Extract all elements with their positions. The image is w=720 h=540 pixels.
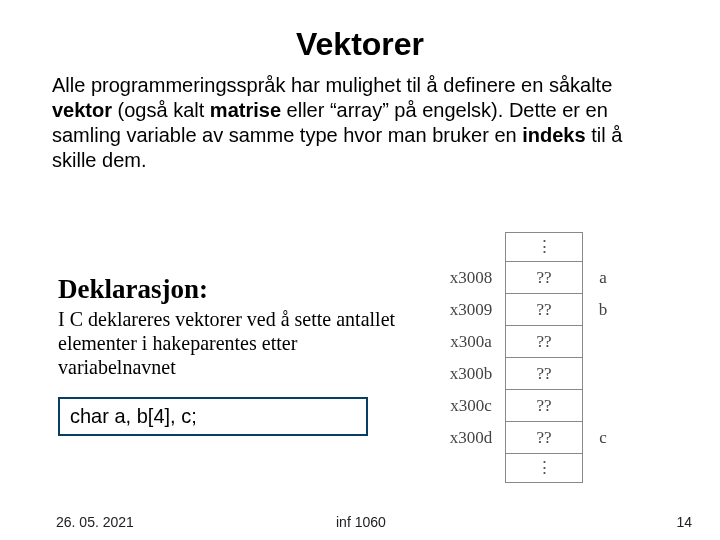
address-cell: x300b xyxy=(442,358,506,390)
memory-row: x300b ?? xyxy=(442,358,618,390)
bold-vektor: vektor xyxy=(52,99,112,121)
code-box: char a, b[4], c; xyxy=(58,397,368,436)
memory-row: x3008 ?? a xyxy=(442,262,618,294)
footer-course: inf 1060 xyxy=(336,514,386,530)
value-cell: ?? xyxy=(506,262,583,294)
bold-indeks: indeks xyxy=(522,124,585,146)
content-row: Deklarasjon: I C deklareres vektorer ved… xyxy=(0,228,720,483)
address-cell: x3009 xyxy=(442,294,506,326)
value-cell: ?? xyxy=(506,294,583,326)
memory-row: x300d ?? c xyxy=(442,422,618,454)
memory-table: ⋮ x3008 ?? a x3009 ?? b x300a ?? xyxy=(442,232,618,483)
memory-diagram: ⋮ x3008 ?? a x3009 ?? b x300a ?? xyxy=(418,228,618,483)
memory-row: x300a ?? xyxy=(442,326,618,358)
vertical-dots-icon: ⋮ xyxy=(536,458,553,477)
var-cell xyxy=(583,358,619,390)
bold-matrise: matrise xyxy=(210,99,281,121)
memory-row: x300c ?? xyxy=(442,390,618,422)
var-cell: b xyxy=(583,294,619,326)
var-cell: c xyxy=(583,422,619,454)
address-cell: x3008 xyxy=(442,262,506,294)
footer-page-number: 14 xyxy=(676,514,692,530)
intro-paragraph: Alle programmeringsspråk har mulighet ti… xyxy=(0,73,720,173)
value-cell: ?? xyxy=(506,390,583,422)
vertical-dots-icon: ⋮ xyxy=(536,237,553,256)
address-cell: x300a xyxy=(442,326,506,358)
address-cell: x300d xyxy=(442,422,506,454)
text-fragment: (også kalt xyxy=(112,99,210,121)
var-cell xyxy=(583,390,619,422)
value-cell: ?? xyxy=(506,358,583,390)
declaration-paragraph: I C deklareres vektorer ved å sette anta… xyxy=(58,307,418,379)
value-cell: ?? xyxy=(506,422,583,454)
memory-row: x3009 ?? b xyxy=(442,294,618,326)
text-fragment: Alle programmeringsspråk har mulighet ti… xyxy=(52,74,612,96)
footer-date: 26. 05. 2021 xyxy=(56,514,134,530)
subheading-deklarasjon: Deklarasjon: xyxy=(58,274,418,305)
value-cell: ?? xyxy=(506,326,583,358)
address-cell: x300c xyxy=(442,390,506,422)
slide-title: Vektorer xyxy=(0,0,720,73)
var-cell: a xyxy=(583,262,619,294)
dots-row-bottom: ⋮ xyxy=(442,454,618,483)
slide: Vektorer Alle programmeringsspråk har mu… xyxy=(0,0,720,540)
left-column: Deklarasjon: I C deklareres vektorer ved… xyxy=(0,228,418,483)
dots-row-top: ⋮ xyxy=(442,233,618,262)
var-cell xyxy=(583,326,619,358)
